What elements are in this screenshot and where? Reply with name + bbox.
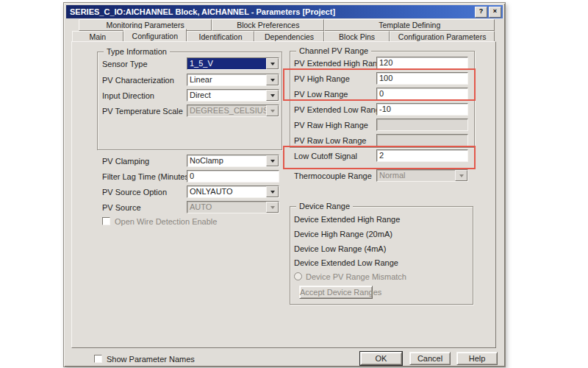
pv-characterization-value: Linear [187,74,266,85]
chevron-down-glyph [270,94,275,97]
chevron-down-icon [455,170,467,181]
device-extended-low-range-label: Device Extended Low Range [294,258,398,268]
pv-raw-low-range-input [376,134,468,146]
tab-dependencies[interactable]: Dependencies [254,31,324,42]
tab-template-defining[interactable]: Template Defining [324,19,495,31]
configuration-tab-panel: Type Information Sensor Type 1_5_V PV Ch… [71,41,496,348]
channel-pv-range-legend: Channel PV Range [296,46,371,55]
thermocouple-range-label: Thermocouple Range [294,171,372,181]
chevron-down-glyph [270,206,275,209]
type-information-legend: Type Information [104,47,170,56]
sensor-type-select[interactable]: 1_5_V [187,57,279,70]
filter-lag-time-label: Filter Lag Time (Minutes) [102,172,192,182]
device-pv-range-mismatch-radio [294,272,302,280]
window-title: SERIES_C_IO:AICHANNEL Block, AICHANNEL -… [70,5,335,18]
tab-configuration-parameters[interactable]: Configuration Parameters [390,31,495,42]
pv-clamping-select[interactable]: NoClamp [187,155,279,167]
pv-clamping-label: PV Clamping [102,157,149,166]
pv-extended-high-range-label: PV Extended High Range [294,59,386,68]
chevron-down-glyph [270,160,275,163]
open-wire-detection-label: Open Wire Detection Enable [115,217,217,227]
pv-extended-low-range-input[interactable]: -10 [376,103,468,116]
pv-extended-high-range-input[interactable]: 120 [376,57,468,69]
chevron-down-icon [266,105,279,116]
chevron-down-icon[interactable] [266,155,279,166]
accept-device-ranges-button: Accept Device Ranges [299,286,373,299]
device-pv-range-mismatch-label: Device PV Range Mismatch [306,272,406,282]
sensor-type-value: 1_5_V [187,58,266,69]
sensor-type-label: Sensor Type [102,60,148,69]
cancel-button[interactable]: Cancel [409,352,451,365]
pv-low-range-label: PV Low Range [294,90,348,99]
title-bar[interactable]: SERIES_C_IO:AICHANNEL Block, AICHANNEL -… [66,5,503,18]
device-extended-high-range-label: Device Extended High Range [294,215,400,224]
help-button[interactable]: Help [456,352,498,365]
tab-identification[interactable]: Identification [187,31,254,42]
ok-button[interactable]: OK [360,352,402,365]
pv-raw-low-range-label: PV Raw Low Range [294,136,366,146]
pv-temperature-scale-value: DEGREES_CELSIUS [187,105,266,116]
pv-source-option-value: ONLYAUTO [187,186,266,197]
chevron-down-icon [266,202,279,213]
low-cutoff-signal-input[interactable]: 2 [376,149,468,162]
pv-low-range-input[interactable]: 0 [376,88,468,100]
parameters-dialog: SERIES_C_IO:AICHANNEL Block, AICHANNEL -… [63,2,506,367]
pv-source-option-label: PV Source Option [102,188,167,197]
tab-main[interactable]: Main [72,31,123,42]
chevron-down-glyph [270,110,275,113]
show-parameter-names-label: Show Parameter Names [107,355,195,364]
page-background: { "window": { "title": "SERIES_C_IO:AICH… [0,0,588,368]
pv-high-range-input[interactable]: 100 [376,72,468,85]
chevron-down-icon[interactable] [266,90,279,101]
chevron-down-glyph [270,191,275,194]
tab-block-preferences[interactable]: Block Preferences [212,19,324,31]
pv-source-select: AUTO [187,201,279,213]
chevron-down-glyph [270,79,275,82]
thermocouple-range-value: Normal [377,170,455,181]
device-low-range-label: Device Low Range (4mA) [294,244,386,254]
thermocouple-range-select: Normal [376,169,468,182]
tab-block-pins[interactable]: Block Pins [324,31,390,42]
help-icon[interactable]: ? [475,7,487,18]
pv-characterization-select[interactable]: Linear [187,74,279,86]
open-wire-detection-checkbox [102,217,110,225]
input-direction-label: Input Direction [102,91,154,101]
tab-row-primary: Main Configuration Identification Depend… [72,31,495,42]
low-cutoff-signal-label: Low Cutoff Signal [294,152,357,161]
chevron-down-icon[interactable] [266,58,279,69]
close-icon[interactable]: × [489,7,501,18]
pv-temperature-scale-select: DEGREES_CELSIUS [187,105,279,117]
device-high-range-label: Device High Range (20mA) [294,230,392,239]
pv-source-value: AUTO [187,202,266,213]
show-parameter-names-checkbox[interactable] [94,355,102,363]
pv-source-label: PV Source [102,203,141,213]
pv-high-range-label: PV High Range [294,74,350,84]
device-range-legend: Device Range [296,202,353,210]
pv-clamping-value: NoClamp [187,155,266,166]
input-direction-select[interactable]: Direct [187,89,279,102]
input-direction-value: Direct [187,90,266,101]
filter-lag-time-input[interactable]: 0 [187,170,279,183]
chevron-down-glyph [270,63,275,66]
chevron-down-glyph [459,174,464,177]
pv-source-option-select[interactable]: ONLYAUTO [187,185,279,198]
pv-temperature-scale-label: PV Temperature Scale [102,107,183,116]
pv-characterization-label: PV Characterization [102,76,174,85]
pv-extended-low-range-label: PV Extended Low Range [294,105,384,115]
chevron-down-icon[interactable] [266,74,279,85]
pv-raw-high-range-label: PV Raw High Range [294,121,368,130]
chevron-down-icon[interactable] [266,186,279,197]
pv-raw-high-range-input [376,118,468,131]
